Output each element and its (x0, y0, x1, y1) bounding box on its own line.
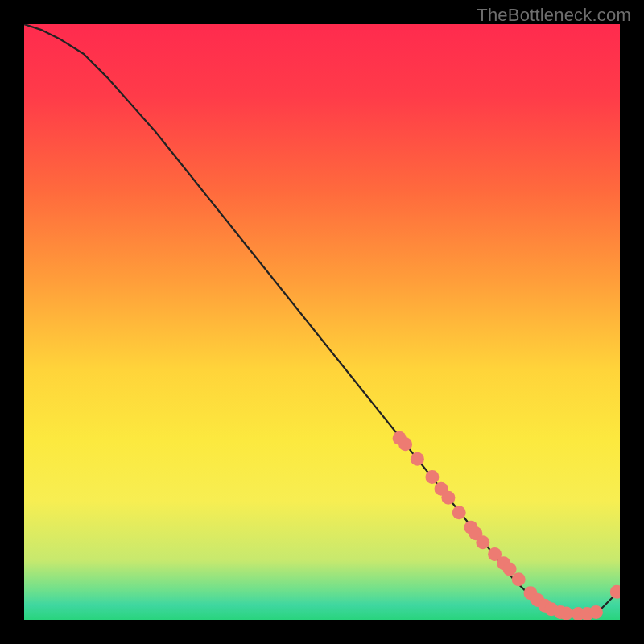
data-marker (425, 470, 439, 484)
data-marker (411, 452, 424, 466)
data-marker (441, 491, 455, 505)
watermark-text: TheBottleneck.com (477, 5, 631, 26)
data-marker (512, 572, 526, 586)
gradient-background (24, 24, 620, 620)
plot-area (24, 24, 620, 620)
data-marker (589, 605, 603, 619)
data-marker (559, 606, 573, 620)
data-marker (476, 535, 489, 549)
data-marker (398, 437, 412, 451)
chart-svg (24, 24, 620, 620)
chart-container: TheBottleneck.com (0, 0, 644, 644)
data-marker (452, 506, 466, 519)
